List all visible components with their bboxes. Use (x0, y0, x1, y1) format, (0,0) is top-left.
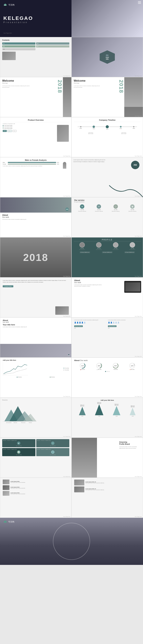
row-12: MUSIC TRACK TEMPLATE ▶ Your Track Title … (0, 438, 143, 478)
year-vert-1: 2018 (57, 80, 63, 93)
service-slide: Our service for your business ● Your Tit… (72, 197, 143, 237)
welcome-text-1: Lorem ipsum dolor sit amet consectetur a… (2, 85, 33, 88)
brand-person-img (72, 438, 97, 478)
slide-label-17: Your Page Here (63, 396, 70, 397)
tl-2015: 2015 (106, 125, 109, 130)
article-2: Lorem ipsum dolor Lorem ipsum dolor sit … (3, 485, 69, 490)
brand-subtitle: Presentation (3, 21, 68, 24)
articles-slide-1: Lorem ipsum dolor Lorem ipsum dolor sit … (0, 478, 72, 518)
slide-number: 01 (106, 54, 109, 57)
text-slide: Lorem ipsum dolor sit amet, consectetur … (0, 278, 72, 318)
person-icon (63, 162, 66, 169)
thankyou-cloud-icon (3, 520, 8, 523)
svg-rect-3 (138, 3, 141, 4)
product-btn-3[interactable]: Dolor (13, 130, 17, 132)
tl-2014: 2014 (93, 126, 95, 129)
row-2: Contents 01 04 06 07 08 Your Page Here 0… (0, 37, 143, 77)
product-image (57, 125, 69, 142)
service-item-1: ● Your Title Click here to add text (78, 204, 86, 212)
yth-title: About (3, 319, 69, 321)
about-pie-title: About Our work (74, 359, 140, 362)
thankyou-logo: 可乐狗 (3, 520, 14, 523)
tl-2021: 2021 (119, 126, 122, 129)
timeline-title: Company Timeline (74, 119, 140, 121)
about-text-1: Lorem ipsum dolor sit amet consectetur a… (2, 219, 69, 220)
template-1: MUSIC TRACK TEMPLATE ▶ Your Track Title (2, 439, 35, 447)
svg-text:狗: 狗 (5, 4, 6, 6)
template-4: MUSIC TRACK TEMPLATE 🎵 Your Track Title (36, 448, 69, 456)
amazing-title: AmazsingProfile Brand (119, 441, 139, 445)
pie-ship: 16% (129, 363, 135, 369)
product-item-3: Lorem ipsum dolor (3, 128, 56, 129)
cloud-icon: 狗 (3, 3, 8, 6)
row-10: Add your title here Your Goal (0, 358, 143, 398)
about-monitor-slide: About Our work Lorem ipsum dolor sit ame… (72, 278, 143, 318)
content-item-06: 06 (2, 45, 35, 48)
menu-icon[interactable] (138, 1, 141, 4)
slide-label-1: Your Page Here (63, 76, 70, 76)
pie-item-ship: 16% ⛵ Title Here (129, 363, 135, 370)
product-subtitle: Creativity is Important to All (3, 123, 69, 124)
article-3: Lorem ipsum dolor Lorem ipsum dolor sit … (3, 491, 69, 496)
yth-bg (0, 344, 71, 357)
male-bar: Male 60% (3, 162, 59, 163)
product-btn-2[interactable]: Ipsum (8, 130, 12, 132)
contents-image (2, 52, 16, 60)
about-subtitle-1: Our work (2, 216, 69, 218)
contents-grid: 01 04 06 07 08 (2, 42, 69, 50)
slide03-badge: #03 (65, 208, 69, 211)
text-content: Lorem ipsum dolor sit amet, consectetur … (3, 280, 69, 283)
welcome-slide-1: Welcome Maonago Lorem ipsum dolor sit am… (0, 77, 72, 117)
timeline-slide: Company Timeline 2012 2014 2015 (72, 117, 143, 157)
slide-label-19: Your Page Here (63, 436, 70, 437)
slide-label-24: Your Page Here (135, 516, 142, 517)
row-3: Welcome Maonago Lorem ipsum dolor sit am… (0, 77, 143, 117)
your-title-slide: 01 Yourtitle Your Page Here (72, 37, 143, 77)
add-title-btn-2[interactable]: Add your title here (108, 325, 116, 327)
service-subtitle: for your business (74, 201, 140, 203)
infographic-stat-1: 32% (74, 328, 107, 328)
infographic-slide: Lorem ipsum dolor sit amet consectetur a… (72, 318, 143, 358)
svg-text:59%: 59% (114, 365, 117, 366)
chart-title: Add your title here (3, 359, 69, 361)
service-item-4: ◆ Your Title Click here to add text (128, 204, 136, 212)
about-chart-2-slide: Add your title here Add yourtitle here L… (72, 398, 143, 438)
product-overview-slide: Product Overview Creativity is Important… (0, 117, 72, 157)
slide-label-10: Your Page Here (135, 236, 142, 237)
add-title-btn-1[interactable]: Add your title here (74, 325, 83, 327)
company-button[interactable]: Company Office (3, 285, 13, 287)
tl-2012: 2012 (80, 126, 82, 129)
brand-name: KELEGAO (3, 15, 68, 21)
mvf-title: Male vs Female Analysis (3, 159, 69, 161)
svg-rect-2 (138, 2, 141, 3)
product-btn-1[interactable]: Lorem (3, 130, 7, 132)
infographic-text: Lorem ipsum dolor sit amet consectetur a… (74, 319, 107, 321)
monitor-image (124, 281, 141, 293)
chart2-item-4: Add yourtitle here Label (130, 405, 135, 416)
row-8: Lorem ipsum dolor sit amet, consectetur … (0, 278, 143, 318)
articles-slide-2: Lorem ipsum dolor sit Lorem ipsum dolor … (72, 478, 143, 518)
legend-2: Your Goal (63, 370, 69, 370)
pie-item-bike: 35% 🚲 Title Here (96, 363, 102, 370)
contents-slide: Contents 01 04 06 07 08 Your Page Here (0, 37, 72, 77)
slide02-text: Lorem ipsum dolor sit amet consectetur a… (73, 159, 107, 162)
slide-label-16: Your Page Here (135, 356, 142, 357)
pie-plane: 59% (113, 363, 118, 369)
row-13: Lorem ipsum dolor Lorem ipsum dolor sit … (0, 478, 143, 518)
profile-person-3: Your Title Fill in your title here (113, 242, 118, 250)
chart2-item-1: Add yourtitle here Label (79, 404, 86, 416)
profile-stat-1: 45 Track: TEMPLE xv3 (80, 252, 90, 253)
logo-text: 可乐狗 (9, 4, 15, 6)
chart2-main-title: Add your title here (74, 400, 140, 401)
welcome-text-2: Lorem ipsum dolor sit amet consectetur a… (74, 85, 101, 88)
slide-label-22: Your Page Here (135, 476, 142, 477)
svg-text:16%: 16% (131, 365, 133, 366)
svg-marker-27 (79, 407, 86, 415)
female-bar: Female 40% (3, 164, 59, 164)
chart2-item-3: Add yourtitle here Label (113, 404, 120, 416)
mvf-text: Lorem ipsum dolor sit amet consectetur a… (3, 165, 59, 167)
pie-bike: 35% (96, 363, 102, 369)
pie-item-car: 43% 🚗 Title Here (80, 363, 85, 370)
contents-title: Contents (2, 39, 69, 41)
thankyou-circle (53, 523, 90, 560)
